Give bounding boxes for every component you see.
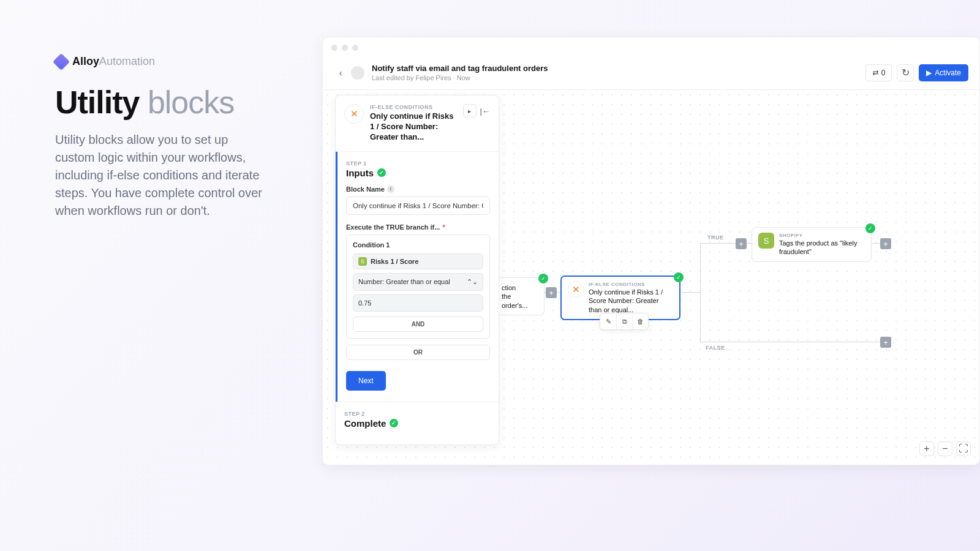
and-button[interactable]: AND	[353, 317, 483, 332]
check-icon: ✓	[865, 223, 875, 233]
condition-field-chip[interactable]: SRisks 1 / Score	[353, 253, 483, 269]
info-icon[interactable]: i	[387, 186, 394, 193]
branch-icon: ✕	[568, 282, 584, 298]
branch-false-label: FALSE	[706, 345, 725, 351]
hero-description: Utility blocks allow you to set up custo…	[55, 131, 263, 220]
logo-icon	[53, 53, 70, 70]
zoom-in-button[interactable]: +	[919, 441, 934, 456]
activate-button[interactable]: ▶ Activate	[919, 64, 968, 81]
workflow-node-shopify[interactable]: S SHOPIFY Tags the product as "likely fr…	[752, 227, 872, 262]
connector	[700, 243, 755, 244]
next-button[interactable]: Next	[346, 371, 386, 391]
add-node-button[interactable]: +	[736, 238, 747, 249]
or-button[interactable]: OR	[346, 345, 490, 360]
block-name-label: Block Namei	[346, 186, 490, 193]
window-traffic-lights	[331, 45, 358, 51]
step-complete-title: Complete✓	[344, 418, 490, 429]
delete-node-button[interactable]: 🗑	[632, 313, 648, 329]
node-action-bar: ✎ ⧉ 🗑	[600, 313, 649, 330]
zoom-out-button[interactable]: −	[938, 441, 952, 456]
app-header: ‹ Notify staff via email and tag fraudul…	[323, 56, 979, 90]
add-node-button[interactable]: +	[880, 337, 891, 348]
back-button[interactable]: ‹	[334, 66, 347, 80]
check-icon: ✓	[377, 168, 386, 177]
check-icon: ✓	[538, 274, 548, 283]
check-icon: ✓	[674, 272, 684, 282]
shopify-icon: S	[358, 257, 367, 266]
condition-group: Condition 1 SRisks 1 / Score Number: Gre…	[346, 234, 490, 339]
workflow-avatar	[351, 66, 364, 80]
step-inputs-title: Inputs✓	[346, 168, 490, 178]
operator-select[interactable]: Number: Greater than or equal⌃⌄	[353, 273, 483, 291]
shopify-icon: S	[758, 233, 774, 249]
workflow-node-partial[interactable]: ction the order's... ✓	[500, 277, 545, 315]
fullscreen-button[interactable]: ⛶	[956, 441, 971, 456]
chevron-updown-icon: ⌃⌄	[467, 278, 478, 286]
config-panel: ✕ IF-ELSE CONDITIONS Only continue if Ri…	[335, 95, 499, 445]
brand-sub: Automation	[99, 55, 155, 67]
branch-icon: ✕	[344, 104, 364, 124]
brand-name: Alloy	[72, 55, 99, 67]
condition-value-input[interactable]	[353, 294, 483, 312]
branch-condition-label: Execute the TRUE branch if...*	[346, 223, 490, 231]
connector	[682, 292, 700, 293]
edit-node-button[interactable]: ✎	[600, 313, 616, 329]
workflow-subtitle: Last edited by Felipe Pires · Now	[372, 74, 548, 81]
refresh-button[interactable]: ↻	[897, 64, 914, 81]
add-node-button[interactable]: +	[880, 238, 891, 249]
hero-headline: Utility blocks	[55, 85, 300, 120]
check-icon: ✓	[390, 419, 398, 427]
connector	[700, 243, 701, 342]
brand-logo: AlloyAutomation	[55, 55, 300, 68]
add-node-button[interactable]: +	[546, 287, 557, 298]
app-window: ‹ Notify staff via email and tag fraudul…	[322, 37, 980, 465]
collapse-panel-button[interactable]: |←	[480, 107, 490, 116]
branch-true-label: TRUE	[707, 234, 724, 241]
block-name-input[interactable]	[346, 197, 490, 215]
workflow-canvas[interactable]: ction the order's... ✓ + ✕ IF-ELSE CONDI…	[323, 90, 979, 465]
connector	[700, 342, 890, 342]
workflow-title: Notify staff via email and tag fraudulen…	[372, 64, 548, 73]
filter-count-button[interactable]: ⇅0	[865, 64, 892, 81]
copy-node-button[interactable]: ⧉	[616, 313, 632, 329]
preview-button[interactable]: ▸	[463, 104, 477, 118]
